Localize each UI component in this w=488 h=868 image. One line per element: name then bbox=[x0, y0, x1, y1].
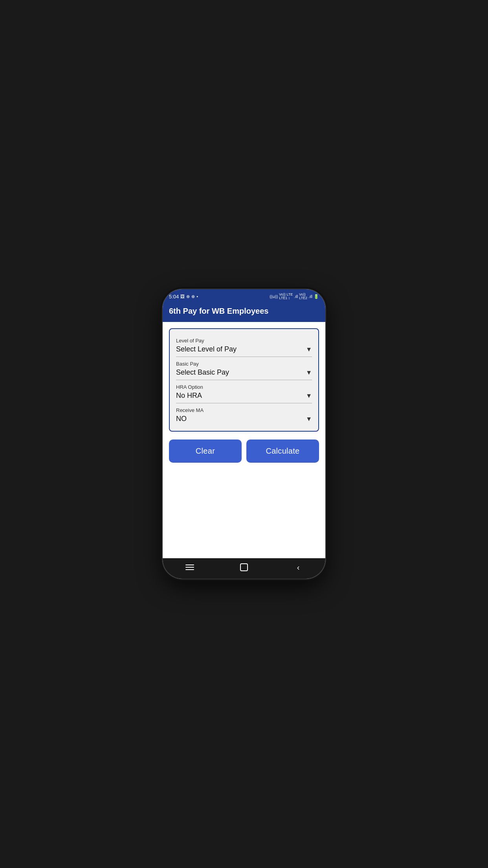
lte2-label: Vo))LTE2 bbox=[299, 293, 307, 300]
status-wifi-icon1: ⊕ bbox=[186, 294, 190, 299]
time-display: 5:04 bbox=[169, 294, 179, 300]
back-chevron-icon: ‹ bbox=[297, 563, 300, 572]
app-header: 6th Pay for WB Employees bbox=[163, 302, 325, 322]
nav-lines-icon bbox=[185, 565, 194, 570]
level-of-pay-label: Level of Pay bbox=[176, 338, 312, 344]
main-content: Level of Pay Select Level of Pay ▼ Basic… bbox=[163, 322, 325, 558]
home-square-icon bbox=[240, 563, 248, 571]
app-title: 6th Pay for WB Employees bbox=[169, 307, 319, 316]
hra-option-row: No HRA ▼ bbox=[176, 392, 312, 400]
status-icons-right: ((ω)) Vo)) LTELTE1 ↕ .ıll Vo))LTE2 .ıll … bbox=[270, 293, 319, 300]
clear-button[interactable]: Clear bbox=[169, 440, 242, 463]
status-time: 5:04 🖼 ⊕ ⊕ • bbox=[169, 294, 198, 300]
receive-ma-arrow: ▼ bbox=[306, 416, 312, 423]
wifi-icon: ((ω)) bbox=[270, 294, 278, 299]
status-wifi-icon2: ⊕ bbox=[191, 294, 195, 299]
level-of-pay-field[interactable]: Level of Pay Select Level of Pay ▼ bbox=[176, 334, 312, 357]
status-bar: 5:04 🖼 ⊕ ⊕ • ((ω)) Vo)) LTELTE1 ↕ .ıll V… bbox=[163, 289, 325, 302]
signal1-icon: .ıll bbox=[294, 294, 298, 299]
status-dot: • bbox=[196, 294, 198, 299]
hra-option-label: HRA Option bbox=[176, 384, 312, 390]
basic-pay-arrow: ▼ bbox=[306, 369, 312, 376]
nav-bar: ‹ bbox=[163, 558, 325, 579]
receive-ma-value: NO bbox=[176, 415, 187, 423]
basic-pay-row: Select Basic Pay ▼ bbox=[176, 368, 312, 377]
nav-line-2 bbox=[185, 567, 194, 568]
buttons-row: Clear Calculate bbox=[169, 440, 319, 467]
hra-option-value: No HRA bbox=[176, 392, 202, 400]
nav-line-1 bbox=[185, 565, 194, 565]
level-of-pay-value: Select Level of Pay bbox=[176, 345, 237, 353]
phone-screen: 5:04 🖼 ⊕ ⊕ • ((ω)) Vo)) LTELTE1 ↕ .ıll V… bbox=[163, 289, 325, 579]
hra-option-field[interactable]: HRA Option No HRA ▼ bbox=[176, 380, 312, 403]
calculate-button[interactable]: Calculate bbox=[246, 440, 319, 463]
lte1-label: Vo)) LTELTE1 ↕ bbox=[279, 293, 293, 300]
status-photo-icon: 🖼 bbox=[180, 294, 185, 299]
form-card: Level of Pay Select Level of Pay ▼ Basic… bbox=[169, 328, 319, 432]
level-of-pay-row: Select Level of Pay ▼ bbox=[176, 345, 312, 353]
hra-option-arrow: ▼ bbox=[306, 392, 312, 399]
basic-pay-field[interactable]: Basic Pay Select Basic Pay ▼ bbox=[176, 357, 312, 380]
basic-pay-value: Select Basic Pay bbox=[176, 368, 229, 377]
basic-pay-label: Basic Pay bbox=[176, 361, 312, 367]
level-of-pay-arrow: ▼ bbox=[306, 346, 312, 353]
receive-ma-row: NO ▼ bbox=[176, 415, 312, 423]
receive-ma-label: Receive MA bbox=[176, 407, 312, 413]
receive-ma-field[interactable]: Receive MA NO ▼ bbox=[176, 403, 312, 426]
signal2-icon: .ıll bbox=[308, 294, 312, 299]
phone-frame: 5:04 🖼 ⊕ ⊕ • ((ω)) Vo)) LTELTE1 ↕ .ıll V… bbox=[163, 289, 325, 579]
nav-back-button[interactable]: ‹ bbox=[290, 561, 306, 573]
nav-home-button[interactable] bbox=[236, 561, 252, 573]
nav-line-3 bbox=[185, 569, 194, 570]
battery-icon: 🔋 bbox=[314, 294, 319, 299]
nav-recents-button[interactable] bbox=[182, 561, 198, 573]
